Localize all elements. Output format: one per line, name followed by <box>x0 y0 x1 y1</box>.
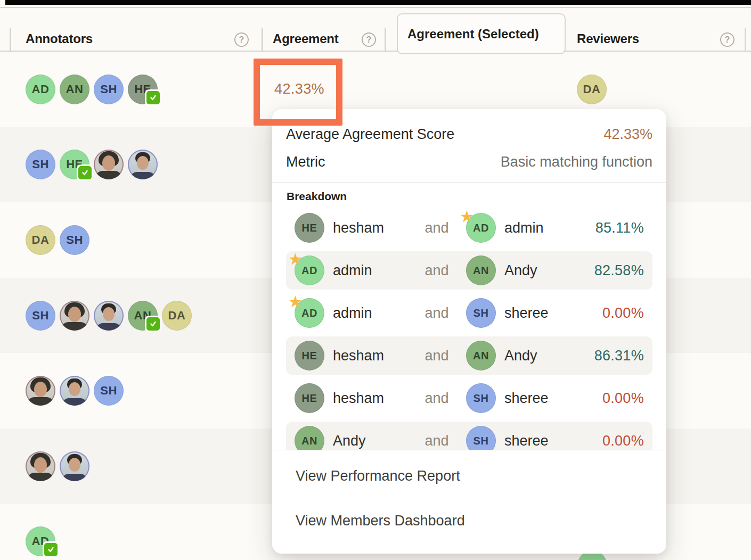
breakdown-right-name: sheree <box>504 433 602 449</box>
avatar-da[interactable]: DA <box>577 75 607 104</box>
annotators-cell: SHANDA <box>26 301 273 331</box>
avatar-initials: SH <box>100 83 117 96</box>
header-divider <box>385 28 386 52</box>
breakdown-left-name: admin <box>333 305 407 322</box>
header-divider <box>262 28 263 52</box>
avatar-da[interactable]: DA <box>162 301 192 331</box>
avatar-initials: HE <box>302 222 317 234</box>
view-members-dashboard-link[interactable]: View Members Dashboard <box>296 513 643 529</box>
breakdown-right-name: sheree <box>504 305 602 322</box>
photo-face <box>102 155 115 171</box>
star-icon: ★ <box>288 251 303 267</box>
breakdown-left-name: admin <box>333 262 407 279</box>
photo-avatar[interactable] <box>60 376 89 406</box>
photo-face <box>34 457 47 473</box>
photo-avatar[interactable] <box>94 301 124 331</box>
avatar-he: HE <box>295 383 324 413</box>
photo-face <box>34 382 47 397</box>
avatar-initials: SH <box>32 309 49 323</box>
photo-face <box>69 382 80 396</box>
avatar-initials: HE <box>302 350 317 362</box>
metric-row: Metric Basic matching function <box>286 154 652 170</box>
annotators-cell: AD <box>26 526 273 556</box>
header-divider <box>10 28 11 52</box>
avatar-initials: DA <box>583 83 601 96</box>
avatar-an[interactable]: AN <box>60 75 89 104</box>
breakdown-and: and <box>407 220 466 236</box>
column-header-annotators: Annotators <box>26 31 93 46</box>
avatar-initials: AN <box>66 83 84 96</box>
breakdown-right-name: Andy <box>504 348 594 364</box>
breakdown-row: HEheshamandANAndy86.31% <box>286 336 652 375</box>
breakdown-score: 85.11% <box>595 220 644 236</box>
agreement-popover: Average Agreement Score 42.33% Metric Ba… <box>272 109 666 554</box>
breakdown-and: and <box>407 262 466 279</box>
view-performance-report-link[interactable]: View Performance Report <box>296 468 643 484</box>
header-divider <box>745 28 746 52</box>
avatar-an: AN <box>466 256 496 285</box>
average-agreement-label: Average Agreement Score <box>286 126 454 143</box>
avatar-ad: AD★ <box>295 298 324 328</box>
avatar-initials: AD <box>301 307 317 319</box>
avatar-an: AN <box>466 341 496 370</box>
avatar-sh: SH <box>466 298 496 328</box>
breakdown-and: and <box>407 305 466 322</box>
breakdown-left-name: Andy <box>333 433 407 449</box>
photo-avatar[interactable] <box>94 150 124 179</box>
metric-value: Basic matching function <box>501 154 652 170</box>
avatar-sh[interactable]: SH <box>26 301 55 331</box>
check-badge-icon <box>145 316 161 332</box>
photo-face <box>68 307 81 322</box>
avatar-he[interactable]: HE <box>60 150 89 179</box>
photo-avatar[interactable] <box>26 376 55 406</box>
photo-avatar[interactable] <box>60 301 89 331</box>
annotators-cell <box>26 451 273 481</box>
avatar-initials: AN <box>473 350 489 362</box>
breakdown-and: and <box>407 348 466 364</box>
breakdown-row: HEheshamandSHsheree0.00% <box>286 379 652 417</box>
breakdown-row: HEheshamandAD★admin85.11% <box>286 209 652 247</box>
reviewers-cell: DA <box>577 75 607 104</box>
avatar-ad[interactable]: AD <box>26 75 55 104</box>
avatar-sh[interactable]: SH <box>94 376 124 406</box>
photo-shirt <box>27 473 54 481</box>
avatar-he: HE <box>295 213 324 243</box>
breakdown-score: 0.00% <box>602 433 644 449</box>
column-header-agreement-selected[interactable]: Agreement (Selected) <box>397 13 566 54</box>
help-icon[interactable]: ? <box>362 32 376 47</box>
photo-avatar[interactable] <box>128 150 158 179</box>
breakdown-row: AD★adminandSHsheree0.00% <box>286 294 652 332</box>
help-icon[interactable]: ? <box>720 32 734 47</box>
breakdown-and: and <box>407 433 466 449</box>
avatar-initials: SH <box>32 158 49 171</box>
photo-shirt <box>62 398 87 406</box>
avatar-sh[interactable]: SH <box>94 75 124 104</box>
photo-avatar[interactable] <box>26 451 55 481</box>
annotators-agreement-screen: Annotators ? Agreement ? Reviewers ? Agr… <box>0 0 751 560</box>
photo-shirt <box>27 397 54 406</box>
avatar-he[interactable]: HE <box>128 75 158 104</box>
photo-avatar[interactable] <box>60 451 89 481</box>
avatar-initials: SH <box>66 233 83 247</box>
check-badge-icon <box>145 89 161 106</box>
photo-shirt <box>62 474 87 481</box>
avatar-sh[interactable]: SH <box>26 150 55 179</box>
photo-shirt <box>95 171 122 179</box>
avatar-ad[interactable]: AD <box>26 526 55 556</box>
top-edge-bar <box>5 0 751 5</box>
avatar-initials: AN <box>473 265 489 277</box>
photo-shirt <box>61 322 88 331</box>
breakdown-score: 0.00% <box>602 305 644 322</box>
avatar-initials: AD <box>301 265 317 277</box>
avatar-an[interactable]: AN <box>128 301 158 331</box>
avatar-sh[interactable]: SH <box>60 225 89 255</box>
avatar-initials: SH <box>474 307 489 319</box>
breakdown-left-name: hesham <box>333 348 407 364</box>
avatar-da[interactable]: DA <box>26 225 55 255</box>
help-icon[interactable]: ? <box>234 32 249 47</box>
avatar-ad: AD★ <box>295 256 324 285</box>
avatar-initials: HE <box>302 392 317 405</box>
breakdown-score: 86.31% <box>594 348 644 364</box>
annotators-cell: ADANSHHE <box>26 75 273 104</box>
breakdown-row: AD★adminandANAndy82.58% <box>286 251 652 290</box>
